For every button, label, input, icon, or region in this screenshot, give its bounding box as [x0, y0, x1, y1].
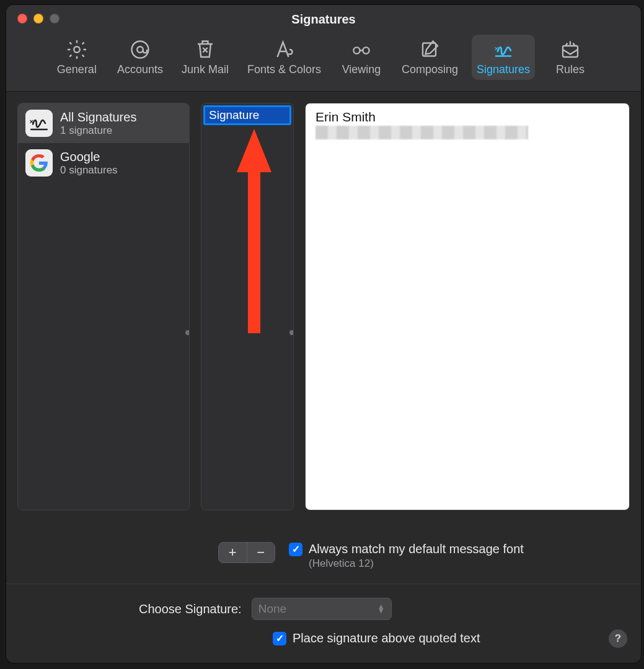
signature-list-item[interactable] — [203, 105, 291, 125]
svg-point-1 — [131, 42, 148, 58]
signature-name-input[interactable] — [205, 107, 289, 123]
preferences-toolbar: General Accounts Junk Mail Fonts & Color… — [6, 33, 641, 91]
preferences-window: Signatures General Accounts Junk Mail Fo… — [6, 5, 641, 663]
tab-accounts[interactable]: Accounts — [112, 35, 168, 80]
account-row-subtitle: 0 signatures — [60, 164, 118, 177]
svg-point-2 — [137, 46, 143, 53]
column-resize-handle[interactable] — [185, 330, 190, 335]
titlebar: Signatures — [6, 5, 641, 33]
compose-icon — [419, 38, 441, 61]
tab-fonts-colors[interactable]: Fonts & Colors — [242, 35, 326, 80]
signature-editor[interactable]: Erin Smith — [306, 103, 629, 510]
accounts-column: × All Signatures 1 signature Google 0 si… — [17, 103, 190, 510]
add-remove-segmented: + − — [218, 542, 275, 563]
signatures-content: × All Signatures 1 signature Google 0 si… — [6, 91, 641, 533]
window-traffic-lights — [17, 14, 60, 24]
chevron-updown-icon: ▲▼ — [377, 605, 385, 613]
default-font-note: (Helvetica 12) — [309, 558, 524, 570]
zoom-window-button[interactable] — [50, 14, 60, 24]
choose-signature-select[interactable]: None ▲▼ — [252, 598, 392, 620]
rules-icon — [559, 38, 581, 61]
tab-fonts-colors-label: Fonts & Colors — [247, 63, 321, 76]
signature-editor-line-1: Erin Smith — [315, 110, 619, 125]
minimize-window-button[interactable] — [33, 14, 43, 24]
match-default-font-checkbox[interactable]: ✓ — [289, 543, 302, 556]
signature-editor-column: Erin Smith — [305, 103, 630, 510]
tab-composing-label: Composing — [402, 63, 458, 76]
window-title: Signatures — [291, 12, 355, 27]
signature-list-column — [201, 103, 294, 510]
tab-composing[interactable]: Composing — [397, 35, 463, 80]
match-default-font-label: Always match my default message font — [309, 542, 524, 556]
account-row-subtitle: 1 signature — [60, 125, 136, 137]
place-above-quoted-checkbox[interactable]: ✓ — [273, 632, 286, 645]
gear-icon — [66, 38, 88, 61]
svg-point-0 — [74, 46, 80, 53]
choose-signature-label: Choose Signature: — [139, 602, 242, 616]
help-button[interactable]: ? — [609, 629, 627, 648]
at-sign-icon — [129, 38, 151, 61]
add-signature-button[interactable]: + — [219, 543, 247, 562]
account-row-google[interactable]: Google 0 signatures — [18, 143, 189, 183]
svg-point-4 — [363, 47, 369, 53]
redacted-text — [315, 126, 528, 139]
fonts-icon — [273, 38, 295, 61]
google-account-icon — [25, 149, 53, 177]
remove-signature-button[interactable]: − — [247, 543, 275, 562]
under-columns-row: + − ✓ Always match my default message fo… — [6, 533, 641, 570]
tab-viewing[interactable]: Viewing — [335, 35, 388, 80]
tab-signatures[interactable]: × Signatures — [472, 35, 535, 80]
tab-signatures-label: Signatures — [477, 63, 530, 76]
footer: Choose Signature: None ▲▼ ✓ Place signat… — [6, 584, 641, 663]
tab-rules[interactable]: Rules — [544, 35, 597, 80]
tab-accounts-label: Accounts — [117, 63, 163, 76]
tab-general[interactable]: General — [50, 35, 104, 80]
tab-junk-mail-label: Junk Mail — [182, 63, 229, 76]
all-signatures-icon: × — [25, 110, 53, 137]
choose-signature-value: None — [258, 602, 286, 616]
place-above-quoted-label: Place signature above quoted text — [293, 631, 480, 645]
column-resize-handle[interactable] — [289, 330, 294, 335]
signature-icon: × — [492, 38, 514, 61]
close-window-button[interactable] — [17, 14, 27, 24]
tab-junk-mail[interactable]: Junk Mail — [177, 35, 234, 80]
account-row-all-signatures[interactable]: × All Signatures 1 signature — [18, 103, 189, 143]
account-row-title: All Signatures — [60, 110, 136, 125]
account-row-title: Google — [60, 149, 118, 164]
svg-point-3 — [353, 47, 359, 53]
tab-viewing-label: Viewing — [342, 63, 381, 76]
trash-icon — [194, 38, 216, 61]
glasses-icon — [350, 38, 373, 61]
tab-general-label: General — [57, 63, 97, 76]
tab-rules-label: Rules — [556, 63, 584, 76]
